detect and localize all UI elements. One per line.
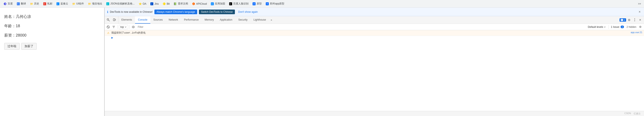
bookmark-mail-label: 私邮 (47, 2, 52, 5)
shield-icon: A (210, 2, 214, 5)
bookmark-mail[interactable]: ✉ 私邮 (41, 1, 54, 6)
clear-console-button[interactable] (106, 25, 110, 29)
bookmark-translate[interactable]: T 翻译 (15, 1, 28, 6)
console-log-text: 我监听到了user.info的变化 (112, 31, 629, 35)
bookmark-face-label: 百度人脸识别 (233, 2, 248, 5)
tab-application[interactable]: Application (217, 16, 235, 24)
svg-text:{ }: { } (107, 3, 108, 5)
inspect-icon[interactable] (106, 17, 111, 22)
eye-toggle-button[interactable] (131, 25, 136, 29)
zhengzhou-icon: 郑 (266, 2, 269, 5)
bookmark-baidu[interactable]: 百 百度 (2, 1, 14, 6)
svg-text:AI: AI (230, 3, 231, 5)
svg-text:A: A (212, 3, 213, 5)
name-value: 几何心凉 (16, 14, 31, 19)
toolbar-separator-1 (117, 25, 118, 29)
bookmark-appshield[interactable]: A 应用加固 (209, 1, 227, 6)
more-tabs-button[interactable]: » (269, 16, 274, 24)
hired-button[interactable]: 加薪了 (21, 43, 37, 50)
bookmarks-bar: 百 百度 T 翻译 📁 历史 ✉ 私邮 L 蓝奏云 📁 UI组件 📁 项目地址 … (0, 0, 644, 8)
hidden-count: 2 hidden (626, 25, 637, 28)
devtools-left-icons (104, 16, 118, 24)
bookmark-face[interactable]: AI 百度人脸识别 (227, 1, 250, 6)
match-language-button[interactable]: Always match Chrome's language (154, 9, 197, 14)
devtools-close-icon[interactable]: × (638, 17, 643, 22)
svg-rect-24 (107, 19, 108, 20)
bookmark-history-label: 历史 (34, 2, 39, 5)
console-log-source[interactable]: app.vue:21 (631, 31, 642, 34)
top-context-label: top (120, 25, 124, 28)
filter-toggle-button[interactable] (112, 25, 116, 29)
bookmark-project-label: 项目地址 (92, 2, 102, 5)
tab-lighthouse[interactable]: Lighthouse (250, 16, 269, 24)
bookmark-lanzou[interactable]: L 蓝奏云 (54, 1, 70, 6)
age-field: 年龄：18 (4, 23, 100, 28)
default-levels-label: Default levels (588, 25, 603, 28)
default-levels-dropdown[interactable]: Default levels (586, 25, 607, 28)
bookmark-ui[interactable]: 📁 UI组件 (70, 1, 86, 6)
oa-icon: ⭐ (138, 2, 142, 5)
folder3-icon: 📁 (88, 2, 91, 5)
name-label: 姓名： (4, 14, 16, 19)
levels-chevron-icon (604, 26, 606, 28)
console-settings-icon[interactable]: ⚙ (638, 25, 643, 29)
bookmark-bit[interactable]: B Bit (161, 1, 172, 6)
top-context-selector[interactable]: top (119, 25, 128, 29)
bookmark-zhengzhou[interactable]: 郑 郑州app原型 (264, 1, 286, 6)
name-field: 姓名：几何心凉 (4, 14, 100, 19)
baidu-icon: 百 (4, 2, 7, 5)
json-icon: { } (106, 2, 110, 5)
bookmark-req[interactable]: 📗 需求文档 (172, 1, 190, 6)
notification-text: DevTools is now available in Chinese! (110, 10, 153, 13)
bookmark-bit-label: Bit (167, 2, 170, 5)
notification-close-icon[interactable]: × (638, 10, 642, 14)
warn-icon: ⚠ (106, 31, 110, 35)
age-label: 年龄： (4, 24, 16, 28)
svg-line-25 (108, 20, 110, 21)
yiyuan-watermark: 亿速云 (634, 112, 640, 115)
page-buttons: 过年啦 加薪了 (4, 43, 100, 50)
bookmark-oa[interactable]: ⭐ OA (137, 1, 148, 6)
dismiss-button[interactable]: Don't show again (236, 9, 260, 14)
bookmark-oa-label: OA (143, 2, 146, 5)
tab-memory[interactable]: Memory (202, 16, 217, 24)
bookmark-ui-label: UI组件 (76, 2, 84, 5)
devtools-more-icon[interactable]: ⋮ (632, 17, 637, 22)
tab-console[interactable]: Console (135, 16, 150, 24)
bookmark-apicloud[interactable]: A APICloud (190, 1, 209, 6)
settings-icon[interactable]: ⚙ (626, 17, 632, 22)
expand-arrow-icon[interactable]: ▶ (112, 36, 113, 39)
bookmark-proto[interactable]: 原 原型 (251, 1, 264, 6)
bit-icon: B (162, 2, 166, 5)
bookmark-apicloud-label: APICloud (196, 2, 207, 5)
tab-elements[interactable]: Elements (118, 16, 135, 24)
folder-icon: 📁 (30, 2, 33, 5)
bookmark-jira[interactable]: J Jira (148, 1, 160, 6)
svg-text:J: J (151, 3, 152, 5)
filter-input[interactable] (136, 25, 586, 29)
switch-language-button[interactable]: Switch DevTools to Chinese (199, 9, 235, 14)
tab-performance[interactable]: Performance (181, 16, 202, 24)
console-badge[interactable]: F 1 (620, 18, 626, 22)
bookmarks-more[interactable]: >> (637, 1, 642, 6)
svg-rect-27 (115, 19, 116, 20)
req-icon: 📗 (174, 2, 177, 5)
tab-sources[interactable]: Sources (150, 16, 166, 24)
translate-icon: T (16, 2, 20, 5)
svg-line-31 (107, 26, 109, 28)
bookmark-project[interactable]: 📁 项目地址 (86, 1, 104, 6)
svg-text:原: 原 (253, 3, 255, 5)
issues-label: 1 Issue: (611, 25, 620, 28)
console-expand-line: ▶ (104, 36, 644, 39)
tab-security[interactable]: Security (235, 16, 250, 24)
folder2-icon: 📁 (72, 2, 76, 5)
tab-network[interactable]: Network (166, 16, 181, 24)
svg-text:百: 百 (4, 3, 6, 5)
bookmark-json-label: JSON在线解析及格... (110, 2, 134, 5)
issues-badge[interactable]: 1 Issue: 1 (610, 25, 625, 28)
device-icon[interactable] (112, 17, 117, 22)
svg-rect-26 (113, 19, 115, 21)
expire-button[interactable]: 过年啦 (4, 43, 20, 50)
bookmark-json[interactable]: { } JSON在线解析及格... (104, 1, 136, 6)
bookmark-history[interactable]: 📁 历史 (28, 1, 41, 6)
